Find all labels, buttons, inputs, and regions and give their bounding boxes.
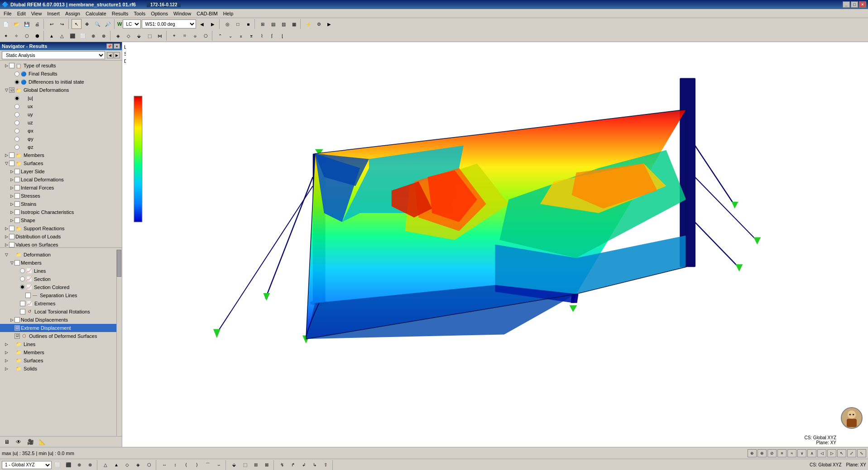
- nav-bt4[interactable]: 📐: [37, 437, 47, 447]
- bt-bottom-17[interactable]: ⬚: [240, 460, 250, 470]
- bt-bottom-1[interactable]: ⬜: [53, 460, 62, 470]
- nav-close-button[interactable]: ×: [114, 43, 120, 49]
- bt-bottom-15[interactable]: ⌣: [214, 460, 224, 470]
- tb-wire[interactable]: □: [233, 19, 243, 29]
- bt-bottom-6[interactable]: ▲: [111, 460, 121, 470]
- tree-values-surfaces[interactable]: ▷ Values on Surfaces: [0, 241, 122, 248]
- status-btn8[interactable]: ◁: [817, 449, 826, 457]
- tb-solid[interactable]: ■: [243, 19, 253, 29]
- close-button[interactable]: ×: [859, 1, 866, 8]
- tb2-10[interactable]: ⊗: [99, 31, 109, 41]
- tb2-24[interactable]: ⌇: [257, 31, 267, 41]
- nav-prev-button[interactable]: ◀: [107, 52, 113, 58]
- tree-phix[interactable]: ▷ φx: [0, 127, 122, 135]
- toggle-surfaces[interactable]: ▽: [4, 161, 9, 166]
- tree-final-results[interactable]: ▷ 🔵 Final Results: [0, 70, 122, 78]
- cb-def-members[interactable]: [14, 260, 20, 266]
- status-btn2[interactable]: ⊗: [758, 449, 767, 457]
- tree-def-members[interactable]: ▽ Members: [0, 259, 122, 267]
- bt-bottom-18[interactable]: ⊞: [251, 460, 261, 470]
- lc-select[interactable]: LC3: [123, 19, 141, 28]
- tree-ux[interactable]: ▷ ux: [0, 102, 122, 110]
- toggle-def-members[interactable]: ▽: [9, 260, 14, 266]
- toggle-members2[interactable]: ▷: [4, 350, 9, 355]
- radio-phiz[interactable]: [14, 145, 19, 150]
- nav-tree-top[interactable]: ▷ 📋 Type of results ▷ 🔵 Final Results ▷ …: [0, 61, 122, 248]
- cb-isotropic[interactable]: [14, 209, 20, 215]
- toggle-type-results[interactable]: ▷: [4, 63, 9, 68]
- status-btn11[interactable]: ⤢: [847, 449, 856, 457]
- tb-move[interactable]: ✥: [82, 19, 92, 29]
- toggle-local-def[interactable]: ▷: [9, 177, 14, 182]
- tree-isotropic[interactable]: ▷ Isotropic Characteristics: [0, 208, 122, 216]
- tree-diff-initial[interactable]: ▷ 🔵 Differences to initial state: [0, 78, 122, 86]
- tree-layer-side[interactable]: ▷ Layer Side: [0, 167, 122, 176]
- tree-surfaces[interactable]: ▽ 📁 Surfaces: [0, 159, 122, 167]
- bt-bottom-8[interactable]: ◈: [133, 460, 143, 470]
- status-btn9[interactable]: ▷: [827, 449, 836, 457]
- status-btn3[interactable]: ⊘: [767, 449, 777, 457]
- status-btn1[interactable]: ⊕: [748, 449, 757, 457]
- tree-u-abs[interactable]: ▷ |u|: [0, 94, 122, 102]
- cb-global-def[interactable]: ☑: [9, 87, 14, 93]
- toggle-internal-forces[interactable]: ▷: [9, 185, 14, 190]
- bt-bottom-3[interactable]: ⊕: [74, 460, 84, 470]
- tb-calc1[interactable]: ⚡: [303, 19, 313, 29]
- tb-select[interactable]: ↖: [72, 19, 82, 29]
- menu-insert[interactable]: Insert: [44, 10, 62, 17]
- tree-section-colored[interactable]: ▷ 📈 Section Colored: [0, 283, 122, 291]
- status-btn10[interactable]: ↖: [837, 449, 846, 457]
- tree-dist-loads[interactable]: ▷ Distribution of Loads: [0, 233, 122, 241]
- cb-local-torsional[interactable]: [20, 309, 25, 314]
- menu-assign[interactable]: Assign: [62, 10, 83, 17]
- tb-prev-lc[interactable]: ◀: [197, 19, 207, 29]
- cb-shape[interactable]: [14, 218, 20, 223]
- tb-iso[interactable]: ⊞: [258, 19, 268, 29]
- tree-local-def[interactable]: ▷ Local Deformations: [0, 176, 122, 184]
- cb-internal-forces[interactable]: [14, 185, 20, 190]
- tb-zoom-in[interactable]: 🔍: [92, 19, 102, 29]
- tb2-17[interactable]: ⌗: [180, 31, 190, 41]
- status-btn12[interactable]: ⤡: [857, 449, 866, 457]
- tree-shape[interactable]: ▷ Shape: [0, 216, 122, 224]
- status-btn6[interactable]: ∨: [797, 449, 806, 457]
- radio-section-colored[interactable]: [20, 285, 25, 290]
- tree-stresses[interactable]: ▷ Stresses: [0, 192, 122, 200]
- cb-layer-side[interactable]: [14, 169, 20, 174]
- tb-open[interactable]: 📂: [11, 19, 21, 29]
- bt-bottom-2[interactable]: ⬛: [63, 460, 73, 470]
- tb2-15[interactable]: ⋈: [155, 31, 165, 41]
- toggle-layer-side[interactable]: ▷: [9, 169, 14, 174]
- tree-outlines-deformed[interactable]: ▷ ☑ ⬡ Outlines of Deformed Surfaces: [0, 332, 122, 340]
- toggle-lines[interactable]: ▷: [4, 342, 9, 347]
- cb-type-results[interactable]: [9, 63, 14, 68]
- nav-bt2[interactable]: 👁: [14, 437, 24, 447]
- toggle-shape[interactable]: ▷: [9, 218, 14, 223]
- toggle-support-reactions[interactable]: ▷: [4, 226, 9, 231]
- cb-local-def[interactable]: [14, 177, 20, 182]
- status-btn4[interactable]: ≡: [777, 449, 786, 457]
- tree-local-torsional[interactable]: ▷ ↺ Local Torsional Rotations: [0, 308, 122, 316]
- tb2-6[interactable]: △: [57, 31, 67, 41]
- tb2-9[interactable]: ⊕: [88, 31, 98, 41]
- tb2-3[interactable]: ⬡: [22, 31, 32, 41]
- cb-separation-lines[interactable]: [25, 293, 31, 298]
- toggle-nodal-disp[interactable]: ▷: [9, 317, 14, 323]
- bt-bottom-19[interactable]: ⊠: [262, 460, 272, 470]
- tb-zoom-out[interactable]: 🔎: [103, 19, 113, 29]
- tree-global-def[interactable]: ▽ ☑ 📁 Global Deformations: [0, 86, 122, 94]
- tree-type-results[interactable]: ▷ 📋 Type of results: [0, 62, 122, 70]
- tb2-22[interactable]: ⌅: [236, 31, 246, 41]
- tb2-19[interactable]: ⎔: [201, 31, 211, 41]
- bt-bottom-9[interactable]: ⬡: [144, 460, 154, 470]
- nav-bt3[interactable]: 🎥: [25, 437, 35, 447]
- tb2-20[interactable]: ⌃: [215, 31, 225, 41]
- tb-redo[interactable]: ↪: [57, 19, 67, 29]
- tb-print[interactable]: 🖨: [32, 19, 42, 29]
- cb-members[interactable]: [9, 152, 14, 158]
- cb-nodal-disp[interactable]: [14, 317, 20, 323]
- cb-surfaces[interactable]: [9, 161, 14, 166]
- nav-next-button[interactable]: ▶: [114, 52, 120, 58]
- tree-members2[interactable]: ▷ 📁 Members: [0, 348, 122, 356]
- minimize-button[interactable]: _: [843, 1, 850, 8]
